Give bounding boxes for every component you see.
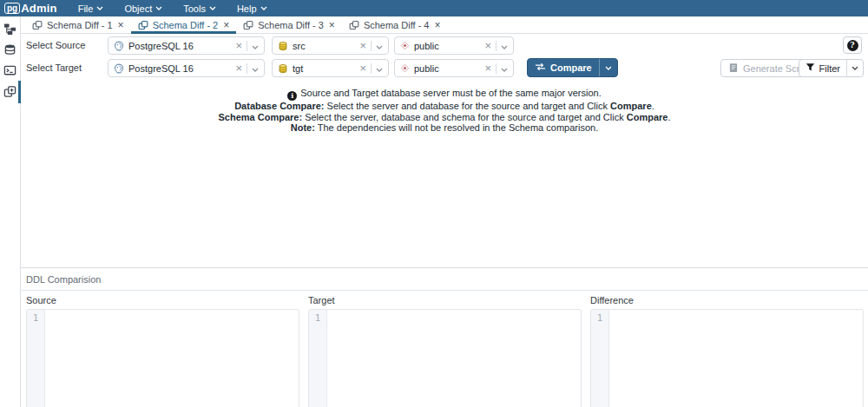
filter-funnel-icon [806,62,815,74]
ddl-difference-label: Difference [590,295,864,305]
clear-icon[interactable]: × [359,62,366,74]
pgadmin-logo: pg Admin [4,2,57,15]
tab-schema-diff-4[interactable]: Schema Diff - 4 × [342,16,448,33]
postgresql-server-icon [114,63,124,74]
menu-object[interactable]: Object [124,3,162,14]
target-schema-select[interactable]: public × [394,59,514,77]
source-server-select[interactable]: PostgreSQL 16 × [108,36,265,55]
schema-diff-panel: Select Source Select Target PostgreSQL 1… [21,34,868,267]
chevron-down-icon[interactable] [600,66,617,70]
chevron-down-icon[interactable] [847,66,863,70]
schema-diff-icon[interactable] [3,85,16,98]
clear-icon[interactable]: × [484,40,491,51]
info-line-2-text: Select the server and database for the s… [324,101,610,111]
ddl-target-editor[interactable]: 1 [308,309,582,407]
divider [496,41,496,51]
chevron-down-icon [155,6,162,10]
filter-button[interactable]: Filter [799,59,864,77]
clear-icon[interactable]: × [235,62,242,74]
close-icon[interactable]: × [118,20,124,30]
database-icon [278,41,288,51]
info-line-2: Database Compare: Select the server and … [21,101,868,112]
schema-diff-tab-icon [349,20,359,30]
database-icon [278,63,288,74]
ddl-source-editor-body[interactable] [45,310,299,407]
ddl-source-column: Source 1 [26,293,299,407]
divider [371,63,372,74]
query-tool-icon[interactable] [3,43,16,56]
ddl-target-column: Target 1 [308,293,582,407]
tab-schema-diff-2[interactable]: Schema Diff - 2 × [131,16,237,33]
source-schema-value: public [414,41,480,51]
divider [371,41,372,51]
line-number-gutter: 1 [309,310,327,407]
schema-diff-tabbar: Schema Diff - 1 × Schema Diff - 2 × Sche… [21,16,868,34]
select-source-label: Select Source [26,36,85,55]
line-number-gutter: 1 [591,310,609,407]
chevron-down-icon[interactable] [501,63,508,74]
filter-button-label: Filter [819,63,840,74]
ddl-target-label: Target [308,295,582,305]
info-line-3-end: . [667,112,670,122]
divider [247,41,247,51]
source-schema-select[interactable]: public × [394,36,514,55]
source-database-select[interactable]: src × [272,36,389,55]
ddl-difference-editor-body[interactable] [609,310,863,407]
menu-help-label: Help [237,3,257,14]
select-target-label: Select Target [26,59,82,77]
tab-label: Schema Diff - 4 [364,20,430,30]
ddl-comparison-columns: Source 1 Target 1 Difference [21,291,868,407]
help-button[interactable]: ? [843,36,862,54]
compare-button[interactable]: Compare [527,58,618,77]
schema-diff-tab-icon [138,20,148,30]
menu-bar: File Object Tools Help [78,3,267,14]
info-line-3-bold: Schema Compare: [219,112,303,122]
target-database-value: tgt [293,63,355,74]
chevron-down-icon[interactable] [376,63,383,74]
chevron-down-icon[interactable] [252,63,259,74]
target-database-select[interactable]: tgt × [272,59,389,77]
divider [496,63,496,74]
ddl-comparison-section: DDL Comparision Source 1 Target 1 [21,267,868,407]
info-line-4: Note: The dependencies will not be resol… [21,122,868,134]
tool-sidebar [0,16,21,407]
clear-icon[interactable]: × [235,40,242,51]
question-mark-icon: ? [847,40,858,51]
object-explorer-icon[interactable] [3,23,16,36]
menu-file[interactable]: File [78,3,104,14]
divider [247,63,247,74]
menu-object-label: Object [124,3,152,14]
info-line-4-bold: Note: [291,122,315,133]
menu-help[interactable]: Help [237,3,267,14]
clear-icon[interactable]: × [484,62,491,74]
postgresql-server-icon [114,41,124,51]
info-icon: i [287,91,297,101]
ddl-target-editor-body[interactable] [327,310,581,407]
chevron-down-icon[interactable] [501,41,508,51]
target-server-select[interactable]: PostgreSQL 16 × [108,59,265,77]
psql-tool-icon[interactable] [3,64,16,77]
clear-icon[interactable]: × [359,40,366,51]
ddl-source-editor[interactable]: 1 [26,309,299,407]
menu-tools[interactable]: Tools [183,3,216,14]
tab-schema-diff-1[interactable]: Schema Diff - 1 × [25,16,131,33]
ddl-source-label: Source [26,295,299,305]
close-icon[interactable]: × [329,20,335,30]
schema-diff-tab-icon [32,20,43,30]
line-number-gutter: 1 [27,310,45,407]
close-icon[interactable]: × [223,20,229,30]
tab-label: Schema Diff - 3 [258,20,324,30]
ddl-difference-editor[interactable]: 1 [590,309,864,407]
info-line-1: iSource and Target database server must … [21,88,868,101]
close-icon[interactable]: × [434,20,440,30]
chevron-down-icon[interactable] [252,41,259,51]
menu-tools-label: Tools [183,3,206,14]
source-server-value: PostgreSQL 16 [128,41,231,51]
tab-schema-diff-3[interactable]: Schema Diff - 3 × [236,16,342,33]
chevron-down-icon[interactable] [376,41,383,51]
info-line-3-text: Select the server, database and schema f… [302,112,627,122]
target-schema-value: public [414,63,480,74]
compare-button-label: Compare [550,62,592,73]
chevron-down-icon [96,6,103,10]
info-line-2-bold: Database Compare: [234,101,324,111]
